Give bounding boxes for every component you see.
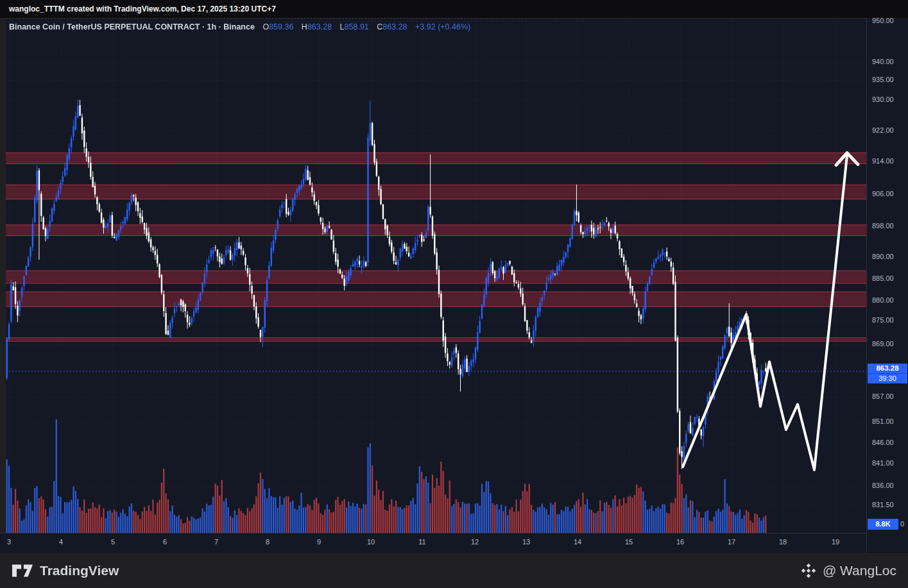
price-axis-label: 875.00 <box>872 315 894 324</box>
time-axis-label: 7 <box>214 538 218 546</box>
last-price-value: 863.28 <box>868 364 907 373</box>
author-credit: @ WangLoc <box>800 562 896 579</box>
time-axis-label: 16 <box>676 538 684 546</box>
left-margin <box>0 18 6 553</box>
footer-bar: TradingView @ WangLoc <box>0 553 908 588</box>
price-axis-label: 841.00 <box>872 458 894 467</box>
time-axis-label: 14 <box>574 538 581 546</box>
price-axis-label: 885.00 <box>872 274 894 283</box>
time-axis[interactable]: 345678910111213141516171819 <box>0 533 866 553</box>
tradingview-brand[interactable]: TradingView <box>12 563 119 578</box>
low-label: L <box>340 22 345 31</box>
time-axis-label: 4 <box>59 538 63 546</box>
chart-pane[interactable]: Binance Coin / TetherUS PERPETUAL CONTRA… <box>6 18 866 533</box>
price-axis-label: 880.00 <box>872 296 894 305</box>
time-axis-label: 9 <box>317 538 321 546</box>
price-axis-label-partial: 0 <box>900 519 904 528</box>
last-price-tag: 863.28 39:30 <box>868 364 907 383</box>
time-axis-label: 6 <box>163 538 167 546</box>
high-label: H <box>302 22 307 31</box>
low-value: 858.91 <box>345 22 369 31</box>
price-axis-label: 846.00 <box>872 438 894 447</box>
time-axis-label: 13 <box>522 538 530 546</box>
price-axis-label: 851.00 <box>872 417 894 426</box>
time-axis-label: 5 <box>111 538 115 546</box>
price-axis-label: 898.00 <box>872 221 894 230</box>
price-axis-label: 869.00 <box>872 339 894 348</box>
open-value: 859.36 <box>269 22 293 31</box>
close-label: C <box>377 22 382 31</box>
price-axis-label: 950.00 <box>872 16 894 25</box>
change-value: +3.92 (+0.46%) <box>415 22 470 31</box>
price-axis-label: 857.00 <box>872 392 894 401</box>
time-axis-label: 19 <box>832 538 839 546</box>
price-axis-label: 831.50 <box>872 500 894 509</box>
price-axis-label: 890.00 <box>872 252 894 261</box>
watermark-text: wangloc_TTTM created with TradingView.co… <box>9 4 276 13</box>
volume-value-tag: 8.8K <box>868 519 898 530</box>
price-axis-label: 940.00 <box>872 57 894 66</box>
time-axis-label: 15 <box>625 538 633 546</box>
author-credit-text: @ WangLoc <box>823 563 896 578</box>
high-value: 863.28 <box>307 22 332 31</box>
price-axis-label: 935.00 <box>872 75 894 84</box>
symbol-title-row[interactable]: Binance Coin / TetherUS PERPETUAL CONTRA… <box>9 22 470 31</box>
time-axis-label: 17 <box>728 538 735 546</box>
bar-countdown: 39:30 <box>868 373 907 383</box>
price-axis-label: 930.00 <box>872 95 894 104</box>
time-axis-label: 18 <box>779 538 787 546</box>
open-label: O <box>262 22 269 31</box>
price-axis-label: 906.00 <box>872 189 894 198</box>
close-value: 863.28 <box>382 22 407 31</box>
price-axis-label: 836.00 <box>872 481 894 490</box>
price-axis-label: 914.00 <box>872 156 894 165</box>
price-axis[interactable]: 863.28 39:30 8.8K 950.00940.00935.00930.… <box>866 18 908 552</box>
symbol-title[interactable]: Binance Coin / TetherUS PERPETUAL CONTRA… <box>9 22 255 31</box>
price-axis-label: 922.00 <box>872 126 894 135</box>
tradingview-logo-icon <box>12 564 33 578</box>
binance-logo-icon <box>800 562 817 579</box>
tradingview-brand-text: TradingView <box>40 563 119 578</box>
time-axis-label: 8 <box>266 538 270 546</box>
time-axis-label: 11 <box>418 538 425 546</box>
time-axis-label: 3 <box>7 538 11 546</box>
tradingview-screenshot: wangloc_TTTM created with TradingView.co… <box>0 0 908 588</box>
time-axis-label: 12 <box>471 538 479 546</box>
candlestick-canvas[interactable] <box>6 19 866 533</box>
time-axis-label: 10 <box>367 538 375 546</box>
watermark-bar: wangloc_TTTM created with TradingView.co… <box>0 0 908 18</box>
